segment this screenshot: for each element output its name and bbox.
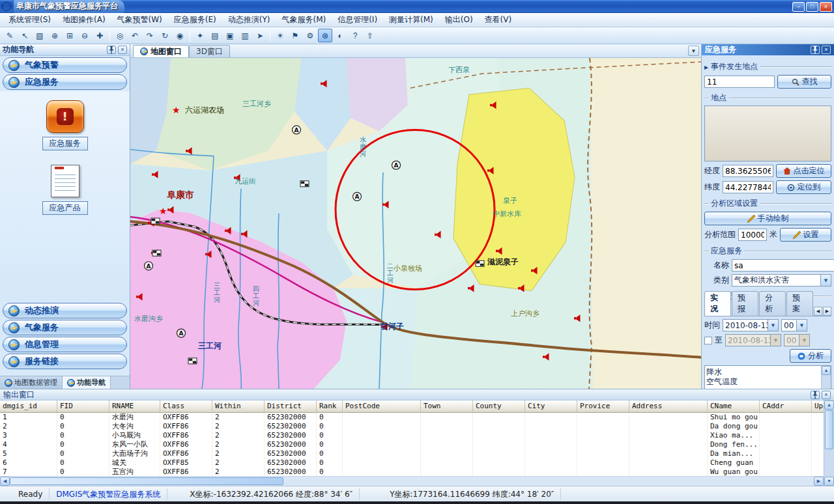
table-row[interactable]: 30小马厩沟OXFF8626523020000Xiao ma... — [0, 431, 824, 440]
column-header-District[interactable]: District — [265, 400, 317, 413]
menu-emergency-service[interactable]: 应急服务(E) — [168, 13, 222, 27]
tab-3d-window[interactable]: 3D窗口 — [189, 45, 230, 57]
close-icon[interactable]: × — [822, 391, 831, 399]
set-range-button[interactable]: 设置 — [780, 228, 831, 242]
nav-button-weather-service[interactable]: 气象服务 — [3, 320, 127, 335]
column-header-Address[interactable]: Address — [629, 400, 708, 413]
attribute-table-tool[interactable]: ▤ — [208, 29, 222, 42]
scrollbar-thumb[interactable] — [825, 410, 833, 449]
column-header-County[interactable]: County — [473, 400, 525, 413]
eye-tool[interactable]: ◐ — [333, 29, 347, 42]
find-tool[interactable]: ✦ — [193, 29, 207, 42]
refresh-tool[interactable]: ↻ — [158, 29, 172, 42]
full-extent-tool[interactable]: ◎ — [113, 29, 127, 42]
event-location-input[interactable] — [704, 76, 775, 88]
panel-tab-function-navigation[interactable]: 功能导航 — [63, 376, 111, 389]
print-tool[interactable]: ▥ — [238, 29, 252, 42]
station-a-icon[interactable] — [392, 161, 401, 169]
analysis-range-input[interactable] — [738, 229, 767, 241]
panel-tab-map-data-management[interactable]: 地图数据管理 — [0, 376, 63, 389]
zoom-in-tool[interactable]: ⊕ — [48, 29, 62, 42]
close-button[interactable]: × — [820, 2, 832, 12]
column-header-Class[interactable]: Class — [160, 400, 212, 413]
search-button[interactable]: 查找 — [777, 75, 831, 89]
nav-button-weather-warning[interactable]: 气象预警 — [3, 57, 127, 73]
table-row[interactable]: 60城关OXFF8526523020000Cheng guan — [0, 458, 824, 468]
column-header-dmgis_id[interactable]: dmgis_id — [0, 400, 57, 413]
nav-button-dynamic-deduction[interactable]: 动态推演 — [3, 303, 127, 318]
tab-scroll-left-icon[interactable]: ◀ — [814, 307, 822, 316]
longitude-input[interactable] — [723, 165, 773, 177]
column-header-CName[interactable]: CName — [708, 400, 760, 413]
help-tool[interactable]: ? — [348, 29, 362, 42]
table-row[interactable]: 20大冬沟OXFF8626523020000Da dong gou — [0, 422, 824, 431]
select-features-tool[interactable]: ↖ — [18, 29, 32, 42]
list-scrollbar[interactable]: ▲ ▼ — [821, 366, 831, 389]
table-row[interactable]: 50大面场子沟OXFF8626523020000Da mian... — [0, 449, 824, 458]
tab-plan[interactable]: 预案 — [786, 291, 813, 316]
station-a-icon[interactable] — [293, 126, 301, 134]
station-a-icon[interactable] — [145, 262, 153, 270]
scroll-up-icon[interactable]: ▲ — [822, 366, 831, 375]
map-canvas[interactable]: A — [130, 58, 701, 389]
select-box-tool[interactable]: ▧ — [33, 29, 47, 42]
chevron-down-icon[interactable]: ▼ — [768, 320, 778, 331]
zoom-out-tool[interactable]: ⊖ — [78, 29, 92, 42]
flag-icon[interactable] — [151, 218, 160, 224]
analyze-button[interactable]: 分析 — [790, 349, 831, 363]
flag-icon[interactable] — [152, 250, 161, 256]
expander-icon[interactable]: ▸ — [704, 63, 708, 72]
menu-measure-calc[interactable]: 测量计算(M) — [383, 13, 439, 27]
menu-info-management[interactable]: 信息管理(I) — [332, 13, 383, 27]
tab-forecast[interactable]: 预报 — [732, 291, 758, 316]
column-header-PostCode[interactable]: PostCode — [343, 400, 421, 413]
locate-to-button[interactable]: 定位到 — [776, 180, 831, 194]
menu-dynamic-deduction[interactable]: 动态推演(Y) — [222, 13, 276, 27]
horizontal-scrollbar[interactable]: ◀ ▶ — [0, 476, 824, 486]
pin-icon[interactable] — [811, 391, 820, 399]
highlight-tool[interactable]: ☀ — [273, 29, 287, 42]
start-date-select[interactable]: 2010-08-13 ▼ — [723, 319, 779, 331]
menu-system-management[interactable]: 系统管理(S) — [3, 13, 57, 27]
previous-extent-tool[interactable]: ↶ — [128, 29, 142, 42]
to-checkbox[interactable] — [704, 337, 712, 344]
zoom-window-tool[interactable]: ⊞ — [63, 29, 77, 42]
export-tool[interactable]: ⇧ — [363, 29, 377, 42]
menu-output[interactable]: 输出(O) — [439, 13, 479, 27]
scroll-right-icon[interactable]: ▶ — [814, 477, 824, 486]
column-header-Town[interactable]: Town — [421, 400, 473, 413]
settings-tool[interactable]: ⚙ — [303, 29, 317, 42]
column-header-Update[interactable]: Update — [812, 400, 824, 413]
pin-icon[interactable] — [811, 46, 820, 54]
identify-tool[interactable]: ◉ — [173, 29, 187, 42]
column-header-Provice[interactable]: Provice — [577, 400, 629, 413]
close-icon[interactable]: × — [118, 46, 127, 54]
tab-analysis[interactable]: 分析 — [759, 291, 786, 316]
tab-list-dropdown-icon[interactable]: ▼ — [688, 46, 699, 56]
next-extent-tool[interactable]: ↷ — [143, 29, 157, 42]
column-header-RNAME[interactable]: RNAME — [109, 400, 160, 413]
scroll-up-icon[interactable]: ▲ — [824, 400, 834, 410]
latitude-input[interactable] — [723, 181, 773, 193]
tab-map-window[interactable]: 地图窗口 — [133, 45, 189, 57]
edit-tool[interactable]: ✎ — [3, 29, 17, 42]
pointer-tool[interactable]: ➤ — [253, 29, 267, 42]
table-row[interactable]: 10水磨沟OXFF8626523020000Shui mo gou — [0, 413, 824, 422]
flag-icon[interactable] — [188, 358, 197, 364]
scroll-left-icon[interactable]: ◀ — [0, 477, 10, 486]
element-list[interactable]: 降水空气温度 ▲ ▼ — [704, 365, 831, 389]
flag-icon[interactable] — [300, 181, 309, 187]
close-icon[interactable]: × — [822, 46, 831, 54]
vertical-scrollbar[interactable]: ▲ ▼ — [824, 400, 834, 486]
column-header-Rank[interactable]: Rank — [317, 400, 343, 413]
nav-button-service-links[interactable]: 服务链接 — [3, 354, 127, 369]
service-type-select[interactable]: 气象和洪水灾害 ▼ — [732, 274, 831, 287]
locate-by-click-button[interactable]: 点击定位 — [776, 164, 831, 178]
column-header-Within[interactable]: Within — [212, 400, 265, 413]
tab-scroll-right-icon[interactable]: ▶ — [823, 307, 831, 316]
list-item[interactable]: 降水 — [706, 367, 820, 376]
shortcut-emergency-service[interactable]: !应急服务 — [42, 100, 88, 150]
chevron-down-icon[interactable]: ▼ — [796, 320, 807, 331]
station-a-icon[interactable] — [177, 329, 186, 337]
column-header-City[interactable]: City — [525, 400, 577, 413]
